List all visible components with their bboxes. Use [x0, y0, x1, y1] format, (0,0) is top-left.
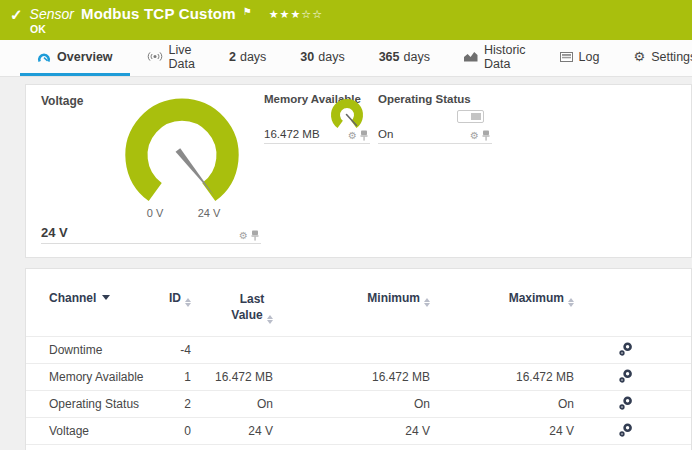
cell-minimum: 24 V: [273, 424, 430, 438]
tab-label: Live Data: [169, 43, 195, 71]
sensor-title-row: ✓ Sensor Modbus TCP Custom ⚑ ★★★☆☆: [10, 5, 323, 23]
cell-minimum: 16.472 MB: [273, 370, 430, 384]
column-header-maximum[interactable]: Maximum: [430, 291, 574, 307]
gauge-value: On: [378, 128, 393, 140]
channel-settings-icon[interactable]: [619, 396, 633, 410]
cell-channel: Downtime: [49, 343, 154, 357]
switch-on-icon: [457, 110, 484, 123]
gauge-title: Operating Status: [378, 93, 471, 105]
channel-table-panel: Channel ID Last Value Minimum Maximum Do…: [25, 268, 692, 450]
cell-id: -4: [154, 343, 191, 357]
object-kind-label: Sensor: [30, 6, 74, 22]
tab-label: Overview: [57, 50, 113, 64]
tab-label: days: [404, 50, 430, 64]
column-header-id[interactable]: ID: [154, 291, 191, 307]
cell-id: 2: [154, 397, 191, 411]
cell-last-value: 16.472 MB: [191, 370, 273, 384]
star-empty-icon[interactable]: ☆☆: [301, 8, 323, 20]
gauges-panel: Voltage 0 V 24 V 24 V ⚙ Memory Available: [25, 84, 692, 258]
tab-label: days: [240, 50, 266, 64]
table-body: Downtime -4 Memory Available 1 16.472 MB…: [26, 336, 691, 445]
cell-channel: Operating Status: [49, 397, 154, 411]
cell-channel: Memory Available: [49, 370, 154, 384]
tile-action-icons: ⚙: [348, 130, 368, 141]
tab-label: Historic Data: [484, 43, 526, 71]
cell-minimum: On: [273, 397, 430, 411]
table-header-row: Channel ID Last Value Minimum Maximum: [26, 269, 691, 336]
cell-last-value: On: [191, 397, 273, 411]
memory-gauge-tile: Memory Available 16.472 MB ⚙: [264, 89, 370, 144]
pin-icon[interactable]: [482, 130, 490, 141]
voltage-gauge: [103, 93, 261, 213]
tab-overview[interactable]: Overview: [20, 40, 130, 76]
cell-maximum: On: [430, 397, 574, 411]
signal-icon: [147, 51, 163, 62]
gauge-icon: [37, 51, 51, 63]
tile-action-icons: ⚙: [239, 230, 259, 241]
page-title: Modbus TCP Custom: [81, 5, 236, 22]
gauge-title: Voltage: [41, 94, 83, 108]
channel-settings-icon[interactable]: [619, 369, 633, 383]
gear-icon[interactable]: ⚙: [470, 131, 479, 141]
table-row-operating-status: Operating Status 2 On On On: [26, 391, 691, 418]
column-header-label: Last Value: [231, 292, 264, 322]
cell-maximum: 24 V: [430, 424, 574, 438]
channel-settings-icon[interactable]: [619, 342, 633, 356]
sort-desc-icon: [102, 295, 110, 300]
cell-id: 0: [154, 424, 191, 438]
column-header-last-value[interactable]: Last Value: [191, 291, 273, 324]
sort-icon: [267, 315, 273, 324]
log-icon: [560, 52, 573, 62]
tab-live-data[interactable]: Live Data: [130, 40, 212, 76]
operating-status-tile: Operating Status On ⚙: [378, 89, 492, 144]
status-badge: OK: [30, 23, 46, 35]
tab-number: 365: [379, 50, 400, 64]
table-row-downtime: Downtime -4: [26, 337, 691, 364]
chart-icon: [464, 51, 478, 62]
column-header-channel[interactable]: Channel: [49, 291, 154, 305]
gear-icon[interactable]: ⚙: [348, 131, 357, 141]
tab-log[interactable]: Log: [543, 40, 617, 76]
gauge-scale-min-label: 0 V: [140, 207, 170, 219]
tab-settings[interactable]: ⚙ Settings: [616, 40, 692, 76]
tab-2-days[interactable]: 2 days: [212, 40, 283, 76]
gauge-value: 24 V: [41, 225, 68, 240]
tab-number: 2: [229, 50, 236, 64]
priority-rating[interactable]: ★★★☆☆: [269, 8, 323, 21]
star-filled-icon[interactable]: ★★★: [269, 8, 302, 20]
tile-action-icons: ⚙: [470, 130, 490, 141]
switch-knob: [471, 113, 481, 120]
sort-icon: [568, 298, 574, 307]
sensor-status-header: ✓ Sensor Modbus TCP Custom ⚑ ★★★☆☆ OK: [0, 0, 692, 40]
gauge-value: 16.472 MB: [264, 128, 320, 140]
cell-id: 1: [154, 370, 191, 384]
tab-bar: Overview Live Data 2 days 30 days 365 da…: [0, 40, 692, 77]
prtg-sensor-page: ✓ Sensor Modbus TCP Custom ⚑ ★★★☆☆ OK Ov…: [0, 0, 692, 450]
pin-icon[interactable]: [360, 130, 368, 141]
tab-label: Settings: [651, 50, 692, 64]
column-header-label: Minimum: [367, 291, 420, 305]
flag-icon[interactable]: ⚑: [243, 6, 252, 17]
tab-historic-data[interactable]: Historic Data: [447, 40, 543, 76]
pin-icon[interactable]: [251, 230, 259, 241]
gauge-scale-max-label: 24 V: [192, 207, 226, 219]
column-header-label: Maximum: [509, 291, 564, 305]
tab-365-days[interactable]: 365 days: [362, 40, 447, 76]
status-ok-check-icon: ✓: [10, 6, 23, 24]
tab-30-days[interactable]: 30 days: [283, 40, 361, 76]
table-row-memory-available: Memory Available 1 16.472 MB 16.472 MB 1…: [26, 364, 691, 391]
column-header-label: Channel: [49, 291, 96, 305]
cell-maximum: 16.472 MB: [430, 370, 574, 384]
cell-channel: Voltage: [49, 424, 154, 438]
table-row-voltage: Voltage 0 24 V 24 V 24 V: [26, 418, 691, 445]
gear-icon[interactable]: ⚙: [239, 231, 248, 241]
cell-last-value: 24 V: [191, 424, 273, 438]
tab-label: days: [318, 50, 344, 64]
channel-settings-icon[interactable]: [619, 423, 633, 437]
column-header-minimum[interactable]: Minimum: [273, 291, 430, 307]
voltage-gauge-tile: Voltage 0 V 24 V 24 V ⚙: [41, 91, 261, 244]
gear-icon: ⚙: [633, 50, 645, 63]
tab-label: Log: [579, 50, 600, 64]
column-header-label: ID: [169, 291, 181, 305]
tab-number: 30: [300, 50, 314, 64]
